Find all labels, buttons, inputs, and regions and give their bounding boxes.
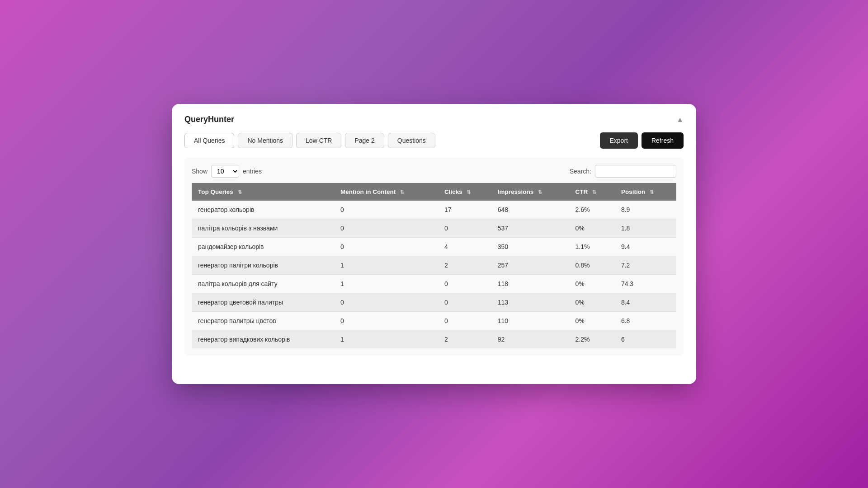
- sort-icon-impressions: ⇅: [538, 189, 542, 195]
- mention-cell: 0: [334, 312, 438, 330]
- sort-icon-clicks: ⇅: [467, 189, 471, 195]
- table-row: генератор цветовой палитры001130%8.4: [192, 293, 676, 312]
- clicks-cell: 0: [438, 312, 491, 330]
- sort-icon-mention: ⇅: [400, 189, 404, 195]
- tab-all-queries[interactable]: All Queries: [184, 133, 234, 148]
- position-cell: 6.8: [615, 312, 676, 330]
- tab-questions[interactable]: Questions: [388, 133, 435, 148]
- position-cell: 74.3: [615, 275, 676, 293]
- app-window: QueryHunter ▲ All Queries No Mentions Lo…: [172, 104, 696, 384]
- col-position[interactable]: Position ⇅: [615, 183, 676, 201]
- impressions-cell: 350: [491, 238, 569, 256]
- mention-cell: 1: [334, 275, 438, 293]
- export-button[interactable]: Export: [600, 132, 638, 149]
- mention-cell: 1: [334, 256, 438, 275]
- mention-cell: 0: [334, 201, 438, 219]
- query-cell: генератор випадкових кольорів: [192, 330, 334, 349]
- entries-label: entries: [243, 168, 262, 175]
- col-top-queries[interactable]: Top Queries ⇅: [192, 183, 334, 201]
- entries-select[interactable]: 10 25 50 100: [211, 165, 239, 178]
- show-label: Show: [192, 168, 208, 175]
- table-header-row: Top Queries ⇅ Mention in Content ⇅ Click…: [192, 183, 676, 201]
- mention-cell: 0: [334, 293, 438, 312]
- ctr-cell: 0%: [569, 312, 614, 330]
- impressions-cell: 537: [491, 219, 569, 238]
- clicks-cell: 0: [438, 293, 491, 312]
- clicks-cell: 2: [438, 256, 491, 275]
- app-title: QueryHunter: [184, 115, 234, 124]
- query-cell: палітра кольорів для сайту: [192, 275, 334, 293]
- query-cell: рандомайзер кольорів: [192, 238, 334, 256]
- query-cell: генератор палитры цветов: [192, 312, 334, 330]
- col-mention[interactable]: Mention in Content ⇅: [334, 183, 438, 201]
- table-controls: Show 10 25 50 100 entries Search:: [192, 165, 676, 178]
- clicks-cell: 2: [438, 330, 491, 349]
- position-cell: 7.2: [615, 256, 676, 275]
- position-cell: 9.4: [615, 238, 676, 256]
- action-buttons: Export Refresh: [600, 132, 684, 149]
- data-table: Top Queries ⇅ Mention in Content ⇅ Click…: [192, 183, 676, 348]
- query-cell: генератор кольорів: [192, 201, 334, 219]
- position-cell: 8.9: [615, 201, 676, 219]
- table-row: генератор випадкових кольорів12922.2%6: [192, 330, 676, 349]
- impressions-cell: 648: [491, 201, 569, 219]
- refresh-button[interactable]: Refresh: [642, 132, 684, 149]
- tabs-container: All Queries No Mentions Low CTR Page 2 Q…: [184, 133, 435, 148]
- clicks-cell: 4: [438, 238, 491, 256]
- table-row: генератор кольорів0176482.6%8.9: [192, 201, 676, 219]
- impressions-cell: 92: [491, 330, 569, 349]
- query-cell: генератор цветовой палитры: [192, 293, 334, 312]
- tab-no-mentions[interactable]: No Mentions: [238, 133, 292, 148]
- table-row: генератор палітри кольорів122570.8%7.2: [192, 256, 676, 275]
- table-container: Show 10 25 50 100 entries Search: Top Qu…: [184, 158, 684, 356]
- tab-page-2[interactable]: Page 2: [345, 133, 384, 148]
- position-cell: 1.8: [615, 219, 676, 238]
- impressions-cell: 110: [491, 312, 569, 330]
- mention-cell: 0: [334, 238, 438, 256]
- show-entries: Show 10 25 50 100 entries: [192, 165, 262, 178]
- impressions-cell: 113: [491, 293, 569, 312]
- search-label: Search:: [570, 168, 591, 175]
- impressions-cell: 257: [491, 256, 569, 275]
- tabs-row: All Queries No Mentions Low CTR Page 2 Q…: [184, 132, 684, 149]
- ctr-cell: 2.2%: [569, 330, 614, 349]
- col-impressions[interactable]: Impressions ⇅: [491, 183, 569, 201]
- query-cell: генератор палітри кольорів: [192, 256, 334, 275]
- table-row: генератор палитры цветов001100%6.8: [192, 312, 676, 330]
- sort-icon-ctr: ⇅: [592, 189, 596, 195]
- clicks-cell: 0: [438, 219, 491, 238]
- position-cell: 6: [615, 330, 676, 349]
- ctr-cell: 1.1%: [569, 238, 614, 256]
- col-ctr[interactable]: CTR ⇅: [569, 183, 614, 201]
- position-cell: 8.4: [615, 293, 676, 312]
- query-cell: палітра кольорів з назвами: [192, 219, 334, 238]
- mention-cell: 0: [334, 219, 438, 238]
- table-row: рандомайзер кольорів043501.1%9.4: [192, 238, 676, 256]
- title-bar: QueryHunter ▲: [184, 115, 684, 124]
- ctr-cell: 2.6%: [569, 201, 614, 219]
- ctr-cell: 0.8%: [569, 256, 614, 275]
- clicks-cell: 17: [438, 201, 491, 219]
- mention-cell: 1: [334, 330, 438, 349]
- ctr-cell: 0%: [569, 293, 614, 312]
- table-row: палітра кольорів з назвами005370%1.8: [192, 219, 676, 238]
- ctr-cell: 0%: [569, 219, 614, 238]
- impressions-cell: 118: [491, 275, 569, 293]
- search-input[interactable]: [595, 165, 676, 178]
- col-clicks[interactable]: Clicks ⇅: [438, 183, 491, 201]
- table-row: палітра кольорів для сайту101180%74.3: [192, 275, 676, 293]
- clicks-cell: 0: [438, 275, 491, 293]
- tab-low-ctr[interactable]: Low CTR: [296, 133, 341, 148]
- collapse-icon[interactable]: ▲: [676, 116, 684, 124]
- ctr-cell: 0%: [569, 275, 614, 293]
- sort-icon-position: ⇅: [650, 189, 654, 195]
- sort-icon-queries: ⇅: [238, 189, 242, 195]
- search-box: Search:: [570, 165, 676, 178]
